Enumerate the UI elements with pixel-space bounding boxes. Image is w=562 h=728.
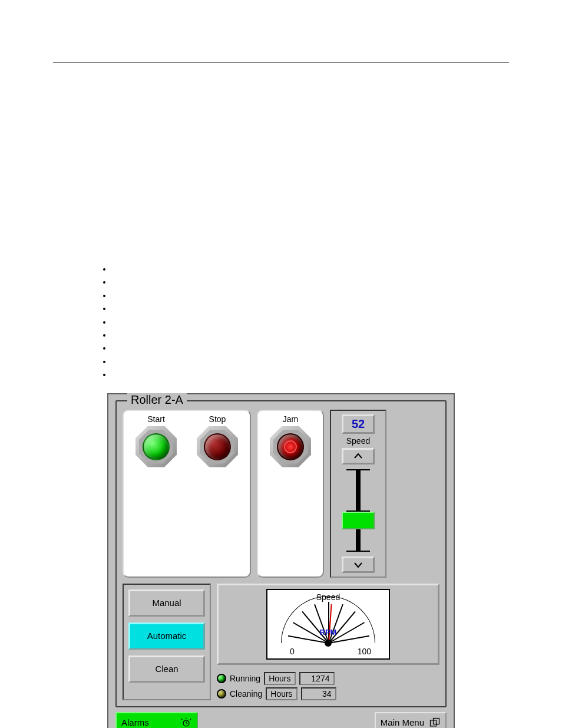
stop-button[interactable]: [197, 426, 238, 467]
automatic-mode-button[interactable]: Automatic: [128, 622, 205, 650]
stop-button-face: [204, 433, 231, 460]
cleaning-led-icon: [217, 689, 226, 699]
intro-paragraph-2: Designing applications for use on ThinMa…: [53, 170, 509, 195]
hmi-panel: Roller 2-A Start Stop: [107, 393, 455, 728]
list-item: 1360x768: [112, 315, 509, 328]
alarms-label: Alarms: [121, 717, 149, 727]
speed-slider[interactable]: [356, 469, 361, 552]
cleaning-hours-label: Hours: [266, 687, 297, 700]
status-rows: Running Hours 1274 Cleaning Hours 34: [217, 672, 439, 700]
gauge-unit: RPM: [267, 628, 389, 637]
jam-indicator[interactable]: [270, 426, 311, 467]
speed-panel: 52 Speed: [330, 410, 386, 578]
jam-lamp: [277, 433, 304, 460]
list-item: 1680x1050: [112, 355, 509, 368]
list-item: 640x480: [112, 262, 509, 275]
resolution-list: 640x480 800x600 1024x768 1280x1024 1360x…: [53, 262, 509, 381]
cleaning-label: Cleaning: [230, 689, 262, 699]
jam-label: Jam: [283, 414, 298, 424]
alarm-bell-icon: [180, 717, 192, 728]
speed-slider-thumb[interactable]: [342, 512, 375, 529]
roller-group-title: Roller 2-A: [127, 393, 187, 407]
list-item: 1600x1200: [112, 341, 509, 354]
speed-up-button[interactable]: [342, 448, 375, 465]
running-label: Running: [230, 674, 260, 683]
page-header: Flexible Thin Clients 3 – Screen Develop…: [53, 24, 509, 32]
start-button[interactable]: [135, 426, 177, 467]
list-item: 800x600: [112, 275, 509, 288]
section-paragraph: The first thing to consider is screen re…: [53, 227, 509, 252]
speed-gauge: Speed: [266, 589, 390, 660]
clean-mode-button[interactable]: Clean: [128, 655, 205, 683]
cleaning-hours-value: 34: [301, 687, 336, 700]
list-item: 1280x1024: [112, 302, 509, 315]
start-button-face: [143, 433, 170, 460]
running-hours-label: Hours: [264, 672, 295, 685]
gauge-min: 0: [290, 647, 295, 656]
start-label: Start: [147, 414, 165, 424]
chevron-down-icon: [352, 559, 364, 571]
stop-label: Stop: [209, 414, 226, 424]
manual-mode-button[interactable]: Manual: [128, 589, 205, 617]
section-heading: Screen Resolutions: [53, 209, 509, 220]
intro-paragraph-1: The ThinManager system gives you more op…: [53, 123, 509, 160]
header-left: Flexible Thin Clients: [53, 24, 122, 32]
alarms-button[interactable]: Alarms: [115, 712, 198, 728]
mode-panel: Manual Automatic Clean: [123, 584, 211, 700]
running-hours-value: 1274: [299, 672, 335, 685]
speed-value: 52: [342, 414, 375, 434]
list-item: 1024x768: [112, 289, 509, 302]
chapter-title: 3 – Screen Development: [53, 92, 509, 111]
list-item: 1440x900: [112, 328, 509, 341]
roller-group: Roller 2-A Start Stop: [115, 400, 447, 707]
windows-icon: [429, 717, 441, 728]
top-rule: [53, 62, 509, 62]
header-right: 3 – Screen Development: [425, 24, 509, 32]
speed-down-button[interactable]: [342, 556, 375, 573]
jam-panel: Jam: [257, 410, 324, 578]
list-item: 1920x1080: [112, 368, 509, 381]
gauge-max: 100: [358, 647, 371, 656]
gauge-box: Speed: [217, 584, 439, 665]
chevron-up-icon: [352, 450, 364, 462]
start-stop-panel: Start Stop: [123, 410, 251, 578]
speed-label: Speed: [346, 436, 370, 446]
mainmenu-label: Main Menu: [381, 717, 424, 727]
main-menu-button[interactable]: Main Menu: [375, 712, 447, 728]
running-led-icon: [217, 674, 226, 683]
